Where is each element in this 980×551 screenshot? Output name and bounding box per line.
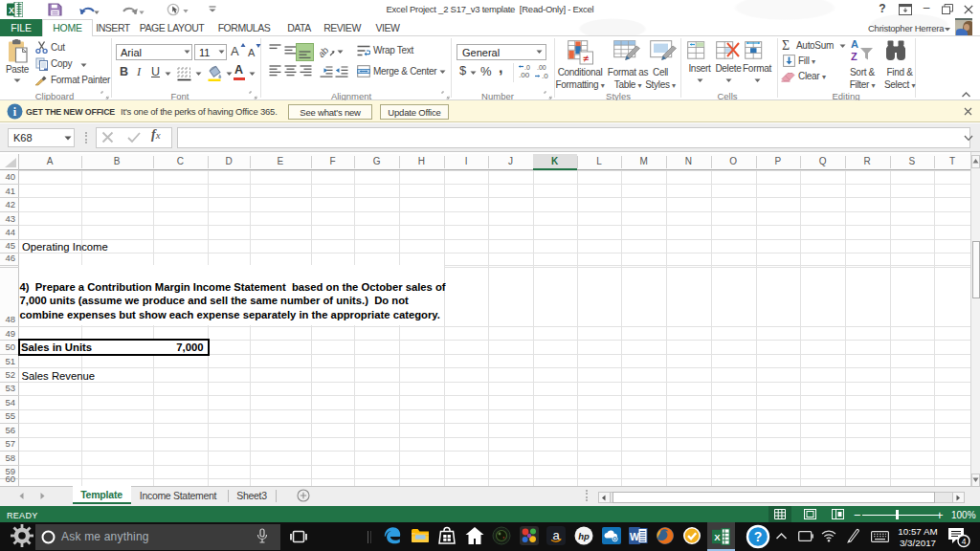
svg-text:hp: hp — [578, 531, 590, 541]
svg-text:W: W — [630, 531, 639, 542]
svg-text:.00: .00 — [519, 71, 530, 79]
svg-text:4: 4 — [962, 537, 967, 546]
svg-text:?: ? — [754, 529, 763, 544]
svg-text:a: a — [552, 528, 560, 542]
svg-text:A: A — [851, 38, 858, 50]
svg-text:≠: ≠ — [583, 53, 589, 64]
svg-text:X: X — [714, 532, 721, 542]
svg-text:Z: Z — [851, 51, 858, 62]
svg-text:.0: .0 — [524, 64, 530, 71]
svg-text:ab: ab — [320, 44, 331, 58]
svg-text:X: X — [9, 6, 14, 15]
